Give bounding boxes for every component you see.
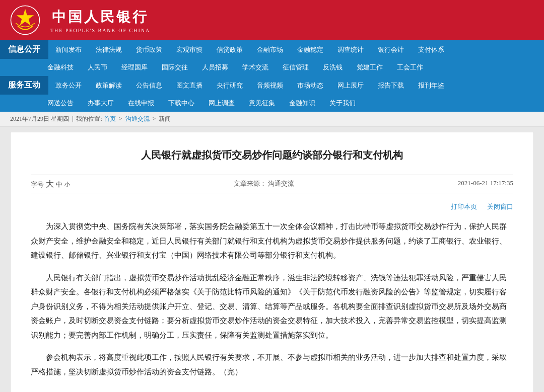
breadcrumb-current: 新闻 xyxy=(159,115,171,122)
breadcrumb-location-label: 我的位置: xyxy=(76,115,102,122)
nav-item-rmb[interactable]: 人民币 xyxy=(81,59,114,76)
header: 中国人民银行 THE PEOPLE'S BANK OF CHINA xyxy=(0,0,544,40)
nav-items-row1: 新闻发布 法律法规 货币政策 宏观审慎 信贷政策 金融市场 金融稳定 调查统计 … xyxy=(48,40,544,59)
logo-english: THE PEOPLE'S BANK OF CHINA xyxy=(50,28,150,33)
bank-emblem-icon xyxy=(10,5,40,35)
nav-item-about[interactable]: 关于我们 xyxy=(322,95,363,112)
nav-items-row3: 政务公开 政策解读 公告信息 图文直播 央行研究 音频视频 市场动态 网上展厅 … xyxy=(48,76,544,95)
nav-item-notice[interactable]: 公告信息 xyxy=(129,76,169,95)
nav-item-monetary[interactable]: 货币政策 xyxy=(129,40,169,59)
close-link[interactable]: 关闭窗口 xyxy=(487,202,513,211)
nav-item-policy-interpret[interactable]: 政策解读 xyxy=(89,76,129,95)
breadcrumb-date: 2021年7月29日 星期四 xyxy=(10,115,69,122)
main-nav: 信息公开 新闻发布 法律法规 货币政策 宏观审慎 信贷政策 金融市场 金融稳定 … xyxy=(0,40,544,112)
nav-item-treasury[interactable]: 经理国库 xyxy=(114,59,155,76)
nav-item-yearbook[interactable]: 报刊年鉴 xyxy=(411,76,451,95)
print-link[interactable]: 打印本页 xyxy=(451,202,477,211)
nav-item-gov-open[interactable]: 政务公开 xyxy=(48,76,89,95)
font-label: 字号 xyxy=(31,180,44,189)
nav-row-3: 服务互动 政务公开 政策解读 公告信息 图文直播 央行研究 音频视频 市场动态 … xyxy=(0,76,544,95)
nav-item-notice-send[interactable]: 网送公告 xyxy=(40,95,81,112)
nav-row-2: 金融科技 人民币 经理国库 国际交往 人员招募 学术交流 征信管理 反洗钱 党建… xyxy=(0,59,544,76)
nav-items-row4: 网送公告 办事大厅 在线申报 下载中心 网上调查 意见征集 金融知识 关于我们 xyxy=(40,95,544,112)
breadcrumb-path: 首页 > 沟通交流 > 新闻 xyxy=(104,115,171,122)
nav-item-academic[interactable]: 学术交流 xyxy=(235,59,276,76)
nav-label-empty1 xyxy=(0,59,40,76)
article-actions: 打印本页 关闭窗口 xyxy=(31,202,513,211)
main-content: 人民银行就虚拟货币交易炒作问题约谈部分银行和支付机构 字号 大 中 小 文章来源… xyxy=(10,132,534,392)
article-meta: 字号 大 中 小 文章来源： 沟通交流 2021-06-21 17:17:35 xyxy=(31,175,513,194)
nav-item-report-download[interactable]: 报告下载 xyxy=(371,76,411,95)
nav-item-online-app[interactable]: 在线申报 xyxy=(121,95,161,112)
nav-item-service-hall[interactable]: 办事大厅 xyxy=(81,95,121,112)
nav-label-empty2 xyxy=(0,95,40,112)
font-small-btn[interactable]: 小 xyxy=(64,181,70,188)
breadcrumb-communication[interactable]: 沟通交流 xyxy=(125,115,150,122)
nav-item-download[interactable]: 下载中心 xyxy=(161,95,201,112)
breadcrumb-separator: | xyxy=(72,115,73,122)
article-para-1: 为深入贯彻党中央、国务院有关决策部署，落实国务院金融委第五十一次全体会议精神，打… xyxy=(31,219,513,263)
nav-item-financial-market[interactable]: 金融市场 xyxy=(250,40,290,59)
nav-item-market[interactable]: 市场动态 xyxy=(290,76,330,95)
logo-chinese: 中国人民银行 xyxy=(52,8,149,27)
nav-item-law[interactable]: 法律法规 xyxy=(89,40,129,59)
article-title: 人民银行就虚拟货币交易炒作问题约谈部分银行和支付机构 xyxy=(31,147,513,163)
nav-item-financial-stability[interactable]: 金融稳定 xyxy=(290,40,330,59)
logo-text: 中国人民银行 THE PEOPLE'S BANK OF CHINA xyxy=(50,8,150,33)
nav-label-info: 信息公开 xyxy=(0,40,48,59)
font-large-btn[interactable]: 大 xyxy=(46,179,54,190)
nav-item-credit[interactable]: 信贷政策 xyxy=(210,40,250,59)
nav-item-recruit[interactable]: 人员招募 xyxy=(195,59,235,76)
breadcrumb-home[interactable]: 首页 xyxy=(104,115,116,122)
breadcrumb-bar: 2021年7月29日 星期四 | 我的位置: 首页 > 沟通交流 > 新闻 xyxy=(0,112,544,127)
nav-row-1: 信息公开 新闻发布 法律法规 货币政策 宏观审慎 信贷政策 金融市场 金融稳定 … xyxy=(0,40,544,59)
nav-item-online-hall[interactable]: 网上展厅 xyxy=(330,76,371,95)
nav-item-survey2[interactable]: 网上调查 xyxy=(201,95,242,112)
nav-item-international[interactable]: 国际交往 xyxy=(155,59,195,76)
nav-item-macro[interactable]: 宏观审慎 xyxy=(169,40,210,59)
article-para-2: 人民银行有关部门指出，虚拟货币交易炒作活动扰乱经济金融正常秩序，滋生非法跨境转移… xyxy=(31,271,513,343)
nav-item-union[interactable]: 工会工作 xyxy=(390,59,430,76)
nav-item-survey[interactable]: 调查统计 xyxy=(330,40,371,59)
nav-item-accounting[interactable]: 银行会计 xyxy=(371,40,411,59)
nav-item-news[interactable]: 新闻发布 xyxy=(48,40,89,59)
nav-item-aml[interactable]: 反洗钱 xyxy=(316,59,350,76)
nav-item-fintech[interactable]: 金融科技 xyxy=(40,59,81,76)
article-body: 为深入贯彻党中央、国务院有关决策部署，落实国务院金融委第五十一次全体会议精神，打… xyxy=(31,219,513,379)
nav-label-service: 服务互动 xyxy=(0,76,48,95)
source-label: 文章来源： xyxy=(234,180,266,187)
article-source: 文章来源： 沟通交流 xyxy=(234,179,294,190)
nav-item-research[interactable]: 央行研究 xyxy=(210,76,250,95)
source-value: 沟通交流 xyxy=(268,180,294,187)
nav-items-row2: 金融科技 人民币 经理国库 国际交往 人员招募 学术交流 征信管理 反洗钱 党建… xyxy=(40,59,544,76)
nav-item-av[interactable]: 音频视频 xyxy=(250,76,290,95)
nav-item-payment[interactable]: 支付体系 xyxy=(411,40,451,59)
article-date: 2021-06-21 17:17:35 xyxy=(458,179,513,190)
font-size-control: 字号 大 中 小 xyxy=(31,179,70,190)
nav-item-credit-mgmt[interactable]: 征信管理 xyxy=(276,59,316,76)
font-medium-btn[interactable]: 中 xyxy=(56,180,62,189)
nav-item-live[interactable]: 图文直播 xyxy=(169,76,210,95)
article-para-3: 参会机构表示，将高度重视此项工作，按照人民银行有关要求，不开展、不参与虚拟币相关… xyxy=(31,350,513,379)
nav-item-fin-knowledge[interactable]: 金融知识 xyxy=(282,95,322,112)
nav-item-feedback[interactable]: 意见征集 xyxy=(242,95,282,112)
nav-row-4: 网送公告 办事大厅 在线申报 下载中心 网上调查 意见征集 金融知识 关于我们 xyxy=(0,95,544,112)
nav-item-party[interactable]: 党建工作 xyxy=(350,59,390,76)
